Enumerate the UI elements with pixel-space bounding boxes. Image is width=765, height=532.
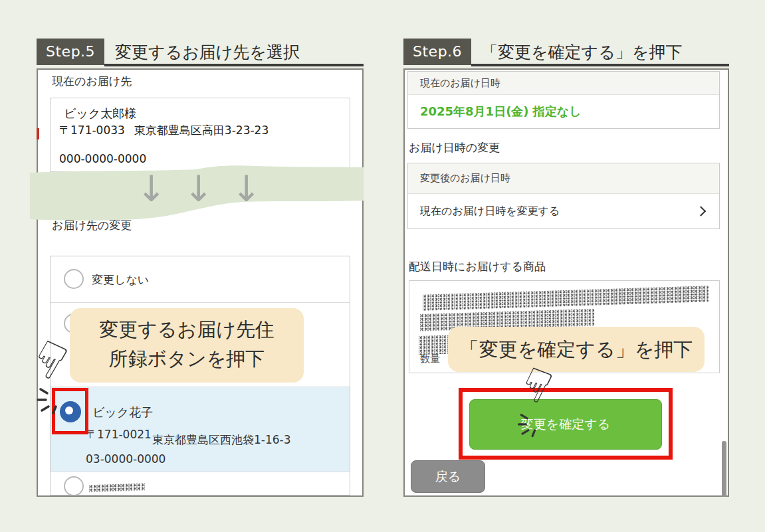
option-no-change-label: 変更しない (92, 272, 149, 288)
selected-address-postal: 〒171-0021 (86, 427, 152, 442)
current-address-street: 東京都豊島区高田3-23-23 (134, 124, 269, 137)
blurred-product-name-line1 (423, 286, 709, 311)
step6-underline (471, 64, 729, 66)
click-spark-icon (36, 381, 72, 417)
selected-address-street: 東京都豊島区西池袋1-16-3 (152, 432, 291, 448)
step5-callout-line1: 変更するお届け先住 (70, 315, 304, 344)
radio-no-change[interactable] (64, 269, 84, 289)
current-address-section-label: 現在のお届け先 (52, 74, 132, 89)
selected-address-name: ビック花子 (92, 404, 153, 420)
current-datetime-header: 現在のお届け日時 (408, 72, 719, 95)
chevron-right-icon (696, 206, 707, 217)
quantity-label: 数量 (420, 353, 440, 365)
step6-red-highlight-box (459, 388, 673, 460)
change-datetime-row[interactable]: 現在のお届け日時を変更する (408, 194, 719, 228)
change-datetime-row-label: 現在のお届け日時を変更する (420, 205, 560, 219)
datetime-change-section-label: お届け日時の変更 (409, 140, 500, 155)
option-no-change[interactable]: 変更しない (51, 256, 350, 303)
step5-title: 変更するお届け先を選択 (115, 40, 300, 65)
step6-badge: Step.6 (403, 39, 471, 65)
blurred-option-label (89, 484, 145, 493)
current-datetime-card: 現在のお届け日時 2025年8月1日(金) 指定なし (407, 71, 720, 129)
down-arrow-icon: ↓ (231, 171, 261, 207)
red-tick-marker (37, 128, 39, 139)
selected-address-phone: 03-0000-0000 (86, 452, 165, 466)
step5-callout: 変更するお届け先住 所録ボタンを押下 (70, 308, 304, 383)
scrollbar-thumb[interactable] (722, 441, 726, 497)
click-spark-icon (517, 408, 549, 440)
after-change-header: 変更後のお届け日時 (408, 163, 719, 194)
tutorial-page: Step.5 変更するお届け先を選択 現在のお届け先 ビック太郎様 〒171-0… (0, 0, 765, 532)
change-datetime-card: 変更後のお届け日時 現在のお届け日時を変更する (407, 163, 720, 229)
step6-callout-text: 「変更を確定する」を押下 (448, 327, 705, 372)
option-address-hanako[interactable]: ビック花子 〒171-0021 東京都豊島区西池袋1-16-3 03-0000-… (51, 387, 350, 472)
down-arrow-icon: ↓ (183, 171, 213, 207)
current-address-card: ビック太郎様 〒171-0033東京都豊島区高田3-23-23 000-0000… (50, 98, 350, 172)
current-address-postal: 〒171-0033 (59, 124, 125, 137)
step6-title: 「変更を確定する」を押下 (481, 40, 682, 65)
current-address-name: ビック太郎様 (64, 106, 136, 122)
option-address-4[interactable] (51, 472, 350, 495)
step5-badge: Step.5 (37, 39, 104, 65)
step5-underline (104, 64, 364, 66)
step5-callout-line2: 所録ボタンを押下 (70, 344, 304, 373)
back-button[interactable]: 戻る (411, 460, 485, 493)
step6-callout: 「変更を確定する」を押下 (448, 327, 705, 372)
products-section-label: 配送日時にお届けする商品 (409, 259, 546, 274)
current-datetime-value: 2025年8月1日(金) 指定なし (420, 104, 582, 120)
radio-address-4[interactable] (64, 476, 84, 495)
down-arrow-icon: ↓ (136, 171, 166, 207)
